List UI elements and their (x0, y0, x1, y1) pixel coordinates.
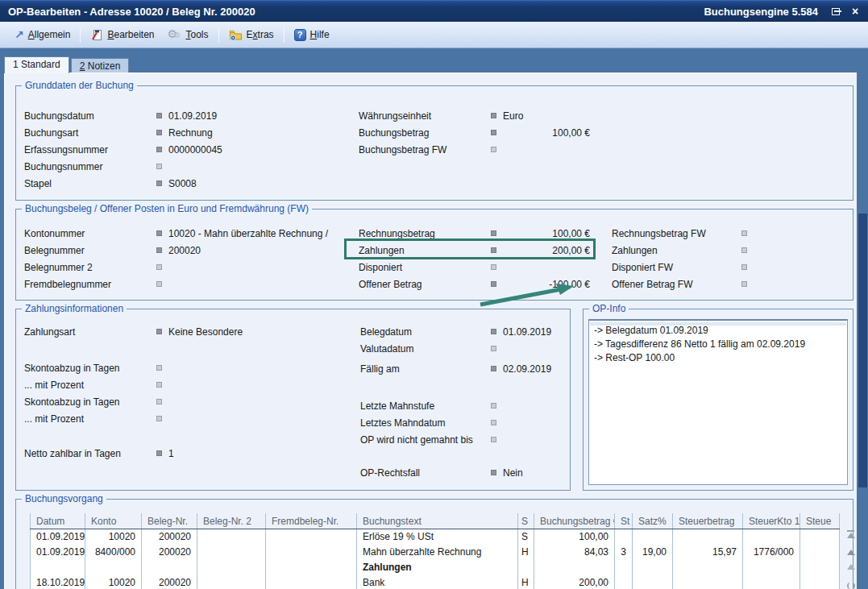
edit-document-icon (90, 28, 103, 41)
field-bullet (741, 247, 747, 253)
restore-button[interactable] (829, 6, 842, 17)
bearbeiten-button[interactable]: Bearbeiten (84, 26, 160, 44)
extras-button[interactable]: Extras (222, 26, 280, 44)
field-belegnummer-2: Belegnummer 2 (24, 259, 355, 276)
field-bullet (156, 450, 162, 456)
field-zahlungen: Zahlungen200,00 € (359, 242, 600, 259)
field-zahlungen-fw: Zahlungen (612, 242, 845, 259)
field-skonto2-tage: Skontoabzug in Tagen (24, 393, 347, 410)
field-valutadatum: Valutadatum (360, 340, 566, 357)
tools-button[interactable]: ⚙⚙ Tools (161, 26, 215, 44)
field-bullet (156, 247, 162, 253)
field-bullet (491, 366, 496, 371)
field-bullet (741, 264, 747, 270)
scroll-top-button[interactable] (847, 530, 855, 538)
scroll-top-icon (847, 533, 855, 538)
col-header-fremdbeleg-nr[interactable]: Fremdbeleg-Nr. (265, 513, 356, 529)
postings-table: Datum Konto Beleg-Nr. Beleg-Nr. 2 Fremdb… (30, 513, 840, 589)
field-bullet (156, 180, 162, 186)
col-header-buchungstext[interactable]: Buchungstext (356, 513, 517, 529)
field-fremdbelegnummer: Fremdbelegnummer (24, 276, 355, 292)
restore-icon (832, 8, 840, 15)
allgemein-button[interactable]: ↗ Allgemein (8, 27, 77, 43)
col-header-konto[interactable]: Konto (85, 513, 141, 529)
field-buchungsnummer: Buchungsnummer (24, 158, 355, 175)
field-offener-betrag: Offener Betrag-100,00 € (359, 276, 600, 292)
scroll-up-alt-icon[interactable] (847, 564, 855, 570)
field-disponiert-fw: Disponiert FW (612, 259, 845, 276)
field-offener-betrag-fw: Offener Betrag FW (612, 276, 845, 292)
field-buchungsdatum: Buchungsdatum01.09.2019 (24, 107, 355, 124)
field-nicht-gemahnt-bis: OP wird nicht gemahnt bis (360, 431, 566, 448)
tab-standard[interactable]: 1 Standard (4, 56, 69, 73)
field-bullet (156, 329, 162, 334)
col-header-st[interactable]: St (614, 513, 632, 529)
table-row[interactable]: 18.10.201910020200020BankH200,00 (30, 575, 840, 589)
close-icon: × (852, 6, 858, 17)
field-bullet (491, 281, 496, 287)
hilfe-button[interactable]: ? Hilfe (288, 27, 336, 44)
table-row-section[interactable]: Zahlungen (30, 560, 840, 575)
field-bullet (156, 147, 162, 152)
field-belegdatum: Belegdatum01.09.2019 (360, 323, 566, 340)
field-bullet (741, 281, 747, 287)
field-disponiert: Disponiert (359, 259, 600, 276)
col-header-beleg-nr-2[interactable]: Beleg-Nr. 2 (197, 513, 265, 529)
field-bullet (491, 130, 496, 135)
field-faellig-am: Fällig am02.09.2019 (360, 360, 566, 377)
scrollbar-grip-icon[interactable] (847, 583, 855, 589)
group-buchungsvorgang-title: Buchungsvorgang (22, 493, 106, 504)
vertical-scrollbar-thumb[interactable] (858, 214, 867, 487)
col-header-steuerkto[interactable]: SteuerKto 1 (742, 513, 799, 529)
tab-notizen[interactable]: 2 Notizen (71, 58, 130, 73)
col-header-s[interactable]: S (517, 513, 534, 529)
field-netto-zahlbar: Netto zahlbar in Tagen1 (24, 445, 347, 462)
window-titlebar: OP-Bearbeiten - Adresse 10020 / Beleg Nr… (0, 0, 868, 22)
col-header-steuerbetrag[interactable]: Steuerbetrag (672, 513, 742, 529)
table-row[interactable]: 01.09.201910020200020Erlöse 19 % UStS100… (30, 529, 840, 545)
field-rechnungsbetrag: Rechnungsbetrag100,00 € (359, 225, 600, 242)
col-header-steue[interactable]: Steue (799, 513, 840, 529)
allgemein-label: Allgemein (28, 29, 71, 40)
field-bullet (156, 264, 162, 270)
close-button[interactable]: × (849, 6, 862, 17)
field-erfassungsnummer: Erfassungsnummer0000000045 (24, 141, 355, 158)
field-stapel: StapelS0008 (24, 175, 355, 192)
scroll-up-icon[interactable] (847, 550, 855, 555)
col-header-beleg-nr[interactable]: Beleg-Nr. (141, 513, 197, 529)
field-skonto2-prozent: ... mit Prozent (24, 410, 347, 427)
opinfo-textbox: -> Belegdatum 01.09.2019 -> Tagesdiffere… (588, 319, 848, 485)
field-bullet (156, 281, 162, 287)
field-bullet (491, 230, 496, 236)
col-header-buchungsbetrag[interactable]: Buchungsbetrag € (534, 513, 614, 529)
field-bullet (491, 264, 496, 270)
field-bullet (491, 113, 496, 118)
group-beleg: Buchungsbeleg / Offener Posten in Euro u… (15, 209, 853, 301)
group-buchungsvorgang: Buchungsvorgang Datum Konto Beleg-Nr. Be… (15, 499, 853, 589)
field-bullet (491, 329, 496, 334)
vertical-scrollbar[interactable] (858, 73, 868, 589)
toolbar-separator (284, 27, 284, 43)
tab-strip: 1 Standard 2 Notizen (4, 56, 131, 73)
bearbeiten-label: Bearbeiten (107, 29, 154, 40)
window-title: OP-Bearbeiten - Adresse 10020 / Beleg Nr… (8, 6, 704, 18)
table-row[interactable]: 01.09.20198400/000200020Mahn überzahlte … (30, 545, 840, 560)
field-bullet (491, 247, 496, 253)
gears-icon: ⚙⚙ (168, 28, 182, 41)
field-bullet (156, 365, 162, 371)
field-rechnungsbetrag-fw: Rechnungsbetrag FW (612, 225, 845, 242)
opinfo-line: -> Rest-OP 100.00 (594, 351, 842, 365)
col-header-satz[interactable]: Satz% (632, 513, 672, 529)
field-bullet (491, 403, 496, 409)
field-bullet (741, 230, 747, 236)
main-panel: Grunddaten der Buchung Buchungsdatum01.0… (4, 73, 857, 589)
group-opinfo: OP-Info -> Belegdatum 01.09.2019 -> Tage… (583, 309, 853, 491)
toolbar-separator (218, 27, 219, 43)
field-buchungsbetrag: Buchungsbetrag100,00 € (359, 124, 617, 141)
table-scroll-controls (845, 530, 858, 589)
field-zahlungsart: ZahlungsartKeine Besondere (24, 323, 347, 340)
col-header-datum[interactable]: Datum (30, 513, 85, 529)
field-letztes-mahndatum: Letztes Mahndatum (360, 414, 566, 431)
toolbar-separator (80, 27, 81, 43)
group-opinfo-title: OP-Info (589, 303, 629, 314)
